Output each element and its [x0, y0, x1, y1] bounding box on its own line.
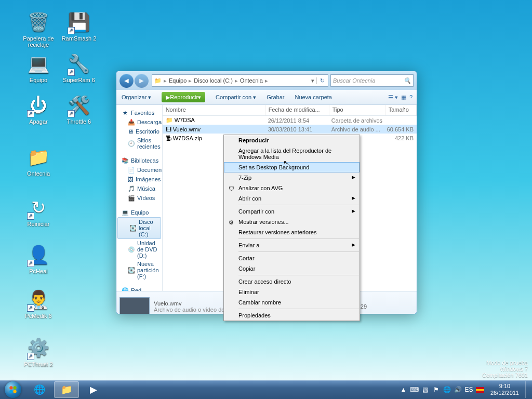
address-bar[interactable]: 📁 ▸ Equipo▸ Disco local (C:)▸ Ontecnia▸ … — [152, 74, 328, 87]
tray-flag-icon[interactable] — [476, 387, 484, 393]
nav-network-header[interactable]: 🌐Red — [116, 286, 162, 291]
desktop-icon[interactable]: 💻Equipo — [19, 51, 58, 83]
context-menu-item[interactable]: Analizar con AVG🛡 — [224, 183, 360, 193]
tray-gpu-icon[interactable]: ▧ — [421, 386, 429, 394]
start-button[interactable] — [0, 380, 26, 399]
toolbar: Organizar ▾ ▶ Reproducir ▾ Compartir con… — [116, 90, 417, 105]
desktop-icon[interactable]: 📁Ontecnia — [19, 144, 58, 177]
nav-recent[interactable]: 🕘Sitios recientes — [116, 136, 162, 151]
desktop-icon[interactable]: 💾↗RamSmash 2 — [59, 9, 99, 42]
titlebar[interactable]: ◄ ► 📁 ▸ Equipo▸ Disco local (C:)▸ Ontecn… — [116, 71, 417, 90]
nav-videos[interactable]: 🎬Vídeos — [116, 193, 162, 203]
nav-desktop[interactable]: 🖥Escritorio — [116, 127, 162, 136]
search-icon: 🔍 — [404, 77, 411, 84]
refresh-icon[interactable]: ↻ — [316, 77, 328, 84]
tray-keyboard-icon[interactable]: ⌨ — [410, 386, 418, 394]
file-thumbnail — [119, 297, 150, 315]
context-menu-item[interactable]: Set as Desktop Background — [224, 162, 360, 172]
context-menu-item[interactable]: Enviar a▶ — [224, 240, 360, 250]
context-menu-item[interactable]: Abrir con▶ — [224, 193, 360, 204]
desktop-icon[interactable]: ⚙️↗PCThrust 2 — [19, 335, 58, 367]
context-menu-item[interactable]: Eliminar — [224, 287, 360, 297]
tray-volume-icon[interactable]: 🔊 — [454, 386, 462, 394]
breadcrumb[interactable]: Equipo — [167, 77, 189, 84]
nav-libraries-header[interactable]: 📚Bibliotecas — [116, 156, 162, 165]
context-menu-item[interactable]: Mostrar versiones...⚙ — [224, 217, 360, 227]
desktop-icon[interactable]: 🛠️↗Throttle 6 — [59, 92, 99, 125]
nav-documents[interactable]: 📄Documentos — [116, 165, 162, 175]
taskbar[interactable]: 🌐 📁 ▶ ▲ ⌨ ▧ ⚑ 🌐 🔊 ES 9:1026/12/2011 — [0, 380, 532, 399]
context-menu-item[interactable]: 7-Zip▶ — [224, 172, 360, 183]
watermark: Modo de prueba Windows 7 Compilación 760… — [482, 360, 528, 378]
nav-music[interactable]: 🎵Música — [116, 184, 162, 193]
show-desktop-button[interactable] — [525, 381, 530, 398]
context-menu-item[interactable]: Crear acceso directo — [224, 276, 360, 287]
tray-action-center-icon[interactable]: ⚑ — [432, 386, 440, 394]
context-menu-item[interactable]: Compartir con▶ — [224, 206, 360, 217]
taskbar-ie[interactable]: 🌐 — [27, 381, 52, 398]
burn-button[interactable]: Grabar — [261, 94, 289, 100]
organize-button[interactable]: Organizar ▾ — [116, 94, 156, 101]
nav-favorites-header[interactable]: ★Favoritos — [116, 108, 162, 117]
tray-network-icon[interactable]: 🌐 — [443, 386, 451, 394]
file-row[interactable]: 📁 W7DSA26/12/2011 8:54Carpeta de archivo… — [163, 116, 417, 125]
search-placeholder: Buscar Ontecnia — [333, 77, 375, 84]
cursor-icon: ↖ — [283, 158, 290, 167]
context-menu-item[interactable]: Copiar — [224, 263, 360, 274]
context-menu[interactable]: ReproducirAgregar a la lista del Reprodu… — [223, 135, 360, 321]
folder-icon: 📁 — [152, 77, 164, 84]
nav-downloads[interactable]: 📥Descargas — [116, 117, 162, 127]
desktop-icon[interactable]: 👤↗PcHeal — [19, 242, 58, 274]
tray-show-hidden[interactable]: ▲ — [400, 386, 407, 394]
desktop-icon[interactable]: ↻↗Reiniciar — [19, 195, 58, 227]
view-button[interactable]: ☰ ▾ — [388, 94, 398, 101]
col-name[interactable]: Nombre — [163, 105, 265, 115]
taskbar-wmp[interactable]: ▶ — [81, 381, 106, 398]
help-button[interactable]: ? — [409, 94, 413, 100]
addr-dropdown-icon[interactable]: ▾ — [309, 77, 316, 84]
context-menu-item[interactable]: Cambiar nombre — [224, 297, 360, 308]
new-folder-button[interactable]: Nueva carpeta — [289, 94, 337, 100]
svg-point-2 — [9, 390, 12, 393]
svg-point-0 — [9, 386, 12, 389]
search-input[interactable]: Buscar Ontecnia 🔍 — [330, 74, 414, 87]
svg-point-1 — [13, 386, 16, 389]
nav-drive-f[interactable]: 💽Nueva partición (F:) — [116, 260, 162, 281]
col-size[interactable]: Tamaño — [385, 105, 417, 115]
system-tray[interactable]: ▲ ⌨ ▧ ⚑ 🌐 🔊 ES 9:1026/12/2011 — [400, 381, 532, 398]
col-type[interactable]: Tipo — [329, 105, 385, 115]
tray-language[interactable]: ES — [465, 386, 473, 394]
context-menu-item[interactable]: Agregar a la lista del Reproductor de Wi… — [224, 145, 360, 162]
context-menu-item[interactable]: Restaurar versiones anteriores — [224, 227, 360, 237]
breadcrumb[interactable]: Disco local (C:) — [192, 77, 235, 84]
tray-clock[interactable]: 9:1026/12/2011 — [487, 383, 522, 396]
file-row[interactable]: 🎞 Vuelo.wmv30/03/2010 13:41Archivo de au… — [163, 125, 417, 134]
taskbar-explorer[interactable]: 📁 — [54, 381, 79, 398]
desktop-icon[interactable]: ⏻↗Apagar — [19, 92, 58, 125]
col-date[interactable]: Fecha de modifica... — [265, 105, 329, 115]
nav-computer-header[interactable]: 💻Equipo — [116, 208, 162, 217]
desktop-icon[interactable]: 🗑️Papelera de reciclaje — [19, 9, 58, 48]
context-menu-item[interactable]: Propiedades — [224, 310, 360, 321]
play-button[interactable]: ▶ Reproducir ▾ — [156, 92, 210, 102]
preview-pane-button[interactable]: ▦ — [401, 94, 406, 101]
breadcrumb[interactable]: Ontecnia — [238, 77, 265, 84]
share-button[interactable]: Compartir con ▾ — [210, 94, 261, 101]
desktop-icon[interactable]: 🔧↗SuperRam 6 — [59, 51, 99, 83]
context-menu-item[interactable]: Cortar — [224, 253, 360, 263]
forward-button[interactable]: ► — [135, 74, 149, 88]
nav-drive-c[interactable]: 💽Disco local (C:) — [117, 217, 161, 239]
back-button[interactable]: ◄ — [119, 74, 134, 88]
desktop-icon[interactable]: 👨‍⚕️↗PcMedik 6 — [19, 287, 58, 319]
column-headers[interactable]: Nombre Fecha de modifica... Tipo Tamaño — [163, 105, 417, 116]
nav-images[interactable]: 🖼Imágenes — [116, 175, 162, 184]
svg-point-3 — [13, 390, 16, 393]
context-menu-item[interactable]: Reproducir — [224, 135, 360, 145]
navigation-pane[interactable]: ★Favoritos 📥Descargas 🖥Escritorio 🕘Sitio… — [116, 105, 163, 291]
nav-drive-d[interactable]: 💿Unidad de DVD (D:) — [116, 239, 162, 260]
